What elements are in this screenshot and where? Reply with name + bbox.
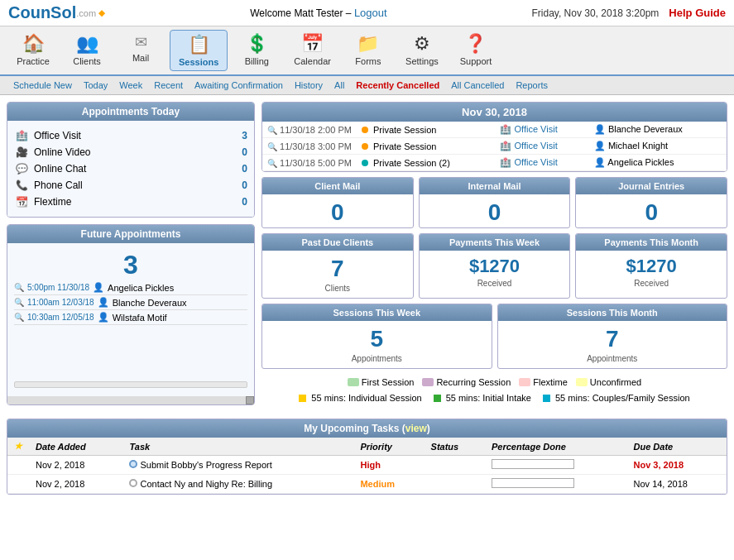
stat-sessions-week: Sessions This Week 5 Appointments bbox=[261, 304, 492, 369]
subnav-recently-cancelled[interactable]: Recently Cancelled bbox=[351, 79, 444, 92]
legend2-individual-dot bbox=[299, 395, 306, 402]
nav-mail[interactable]: ✉ Mail bbox=[116, 30, 166, 71]
stat-internal-mail-value: 0 bbox=[420, 194, 570, 227]
future-appointments-box: Future Appointments 3 🔍 5:00pm 11/30/18 … bbox=[7, 224, 255, 405]
subnav-today[interactable]: Today bbox=[79, 79, 113, 92]
stat-client-mail-value: 0 bbox=[262, 194, 413, 227]
online-video-icon: 🎥 bbox=[14, 146, 29, 158]
task-row-1-percentage bbox=[485, 475, 627, 494]
nav-settings[interactable]: ⚙ Settings bbox=[397, 30, 447, 71]
task-row-1-priority-label: Medium bbox=[360, 479, 395, 489]
stat-payments-month-header: Payments This Month bbox=[576, 234, 727, 251]
stat-internal-mail-header: Internal Mail bbox=[420, 178, 570, 194]
subnav-week[interactable]: Week bbox=[114, 79, 147, 92]
flextime-count: 0 bbox=[242, 196, 247, 208]
online-chat-count: 0 bbox=[242, 163, 247, 175]
legend-flextime: Flextime bbox=[519, 377, 568, 387]
stat-past-due-header: Past Due Clients bbox=[262, 234, 413, 251]
appt-online-chat: 💬 Online Chat 0 bbox=[14, 160, 247, 177]
nav-sessions-label: Sessions bbox=[179, 57, 218, 67]
stat-payments-week-sublabel: Received bbox=[420, 279, 570, 293]
tasks-col-status: Status bbox=[425, 438, 485, 456]
cal-zoom-0[interactable]: 🔍 bbox=[267, 126, 277, 135]
future-item-0: 🔍 5:00pm 11/30/18 👤 Angelica Pickles bbox=[14, 280, 247, 295]
stat-sessions-week-header: Sessions This Week bbox=[262, 304, 492, 321]
future-list: 🔍 5:00pm 11/30/18 👤 Angelica Pickles 🔍 1… bbox=[14, 280, 247, 380]
task-row-1-star bbox=[7, 475, 29, 494]
datetime-help: Friday, Nov 30, 2018 3:20pm Help Guide bbox=[531, 7, 726, 19]
task-row-0-dot bbox=[129, 460, 137, 468]
cal-client-1: 👤 Michael Knight bbox=[589, 138, 727, 155]
logout-link[interactable]: Logout bbox=[354, 7, 387, 19]
cal-client-name-0: Blanche Deveraux bbox=[608, 124, 683, 134]
online-video-label: Online Video bbox=[34, 146, 237, 158]
task-row-0-status bbox=[425, 456, 485, 475]
tasks-view-link[interactable]: view bbox=[405, 423, 427, 434]
nav-forms[interactable]: 📁 Forms bbox=[343, 30, 393, 71]
subnav-awaiting[interactable]: Awaiting Confirmation bbox=[189, 79, 288, 92]
appt-online-video: 🎥 Online Video 0 bbox=[14, 144, 247, 160]
future-item-1-zoom-icon: 🔍 bbox=[14, 298, 24, 307]
legend2-intake: 55 mins: Initial Intake bbox=[434, 393, 531, 403]
stat-payments-month-value: $1270 bbox=[576, 251, 727, 279]
cal-zoom-2[interactable]: 🔍 bbox=[267, 159, 277, 168]
nav-clients[interactable]: 👥 Clients bbox=[62, 30, 112, 71]
future-item-2-person-icon: 👤 bbox=[98, 312, 109, 323]
cal-dot-2 bbox=[362, 160, 368, 166]
legend-first-session-label: First Session bbox=[362, 377, 415, 387]
legend-flextime-label: Flextime bbox=[533, 377, 568, 387]
phone-call-icon: 📞 bbox=[14, 179, 29, 191]
legend-unconfirmed-label: Unconfirmed bbox=[590, 377, 641, 387]
nav-billing[interactable]: 💲 Billing bbox=[232, 30, 281, 71]
cal-client-2: 👤 Angelica Pickles bbox=[589, 155, 727, 171]
future-item-0-time: 5:00pm 11/30/18 bbox=[27, 283, 89, 292]
clients-icon: 👥 bbox=[76, 33, 98, 55]
nav-sessions[interactable]: 📋 Sessions bbox=[170, 30, 228, 71]
online-chat-label: Online Chat bbox=[34, 163, 237, 175]
cal-time-0: 🔍 11/30/18 2:00 PM bbox=[262, 122, 357, 138]
subnav-all-cancelled[interactable]: All Cancelled bbox=[446, 79, 509, 92]
future-scrollbar-h[interactable] bbox=[14, 381, 247, 388]
tasks-header: My Upcoming Tasks (view) bbox=[7, 419, 727, 438]
future-item-2-name: Wilstafa Motif bbox=[113, 313, 167, 323]
office-visit-count: 3 bbox=[242, 130, 247, 141]
cal-time-2: 🔍 11/30/18 5:00 PM bbox=[262, 155, 357, 171]
stat-sessions-week-sublabel: Appointments bbox=[262, 354, 492, 368]
cal-client-name-2: Angelica Pickles bbox=[607, 157, 674, 167]
subnav-all[interactable]: All bbox=[329, 79, 349, 92]
future-appointments-header: Future Appointments bbox=[7, 225, 254, 243]
nav-support[interactable]: ❓ Support bbox=[451, 30, 501, 71]
future-item-1: 🔍 11:00am 12/03/18 👤 Blanche Deveraux bbox=[14, 295, 247, 310]
cal-visit-icon-2: 🏥 bbox=[500, 157, 511, 167]
subnav-reports[interactable]: Reports bbox=[511, 79, 553, 92]
future-item-2-time: 10:30am 12/05/18 bbox=[27, 313, 94, 322]
legend2-couples-dot bbox=[543, 395, 550, 402]
subnav-recent[interactable]: Recent bbox=[149, 79, 188, 92]
nav-calendar-label: Calendar bbox=[294, 56, 331, 66]
cal-person-icon-1: 👤 bbox=[594, 141, 606, 151]
appointments-today-header: Appointments Today bbox=[7, 103, 254, 121]
future-item-2: 🔍 10:30am 12/05/18 👤 Wilstafa Motif bbox=[14, 310, 247, 325]
support-icon: ❓ bbox=[464, 33, 487, 55]
task-row-1-progress-bar bbox=[492, 478, 574, 488]
future-item-0-zoom-icon: 🔍 bbox=[14, 283, 24, 292]
task-row-1-due: Nov 14, 2018 bbox=[627, 475, 727, 494]
task-row-0-due: Nov 3, 2018 bbox=[627, 456, 727, 475]
welcome-text: Welcome Matt Tester – bbox=[250, 7, 351, 19]
cal-zoom-1[interactable]: 🔍 bbox=[267, 142, 277, 151]
appt-office-visit: 🏥 Office Visit 3 bbox=[14, 127, 247, 144]
help-guide[interactable]: Help Guide bbox=[669, 7, 726, 19]
cal-dot-1 bbox=[362, 143, 368, 150]
tasks-col-priority: Priority bbox=[353, 438, 424, 456]
tasks-area: My Upcoming Tasks (view) ★ Date Added Ta… bbox=[0, 419, 734, 501]
appointments-today-box: Appointments Today 🏥 Office Visit 3 🎥 On… bbox=[7, 102, 255, 218]
cal-visit-1: 🏥 Office Visit bbox=[495, 138, 588, 155]
task-row-0-date: Nov 2, 2018 bbox=[29, 456, 122, 475]
left-panel: Appointments Today 🏥 Office Visit 3 🎥 On… bbox=[7, 102, 255, 412]
stat-sessions-week-value: 5 bbox=[262, 321, 492, 354]
nav-calendar[interactable]: 📅 Calendar bbox=[285, 30, 339, 71]
subnav-schedule-new[interactable]: Schedule New bbox=[8, 79, 77, 92]
subnav-history[interactable]: History bbox=[290, 79, 328, 92]
tasks-table: ★ Date Added Task Priority Status Percen… bbox=[7, 438, 727, 494]
nav-practice[interactable]: 🏠 Practice bbox=[8, 30, 58, 71]
